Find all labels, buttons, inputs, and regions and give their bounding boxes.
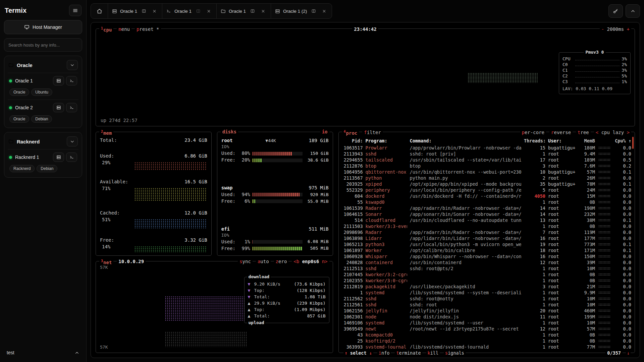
info-button[interactable]: info — [377, 350, 391, 356]
net-auto-toggle[interactable]: auto — [256, 258, 271, 264]
net-interface-switcher[interactable]: <b enp0s6 n> — [292, 258, 329, 264]
process-row[interactable]: 1061539 Radarr /app/radarr/bin/Radarr -n… — [342, 205, 631, 211]
host-terminal-button[interactable] — [66, 103, 77, 112]
interval-increase[interactable]: + — [627, 26, 630, 32]
process-row[interactable]: 1060928 Whisparr /app/bin/Whisparr --nob… — [342, 253, 631, 259]
collapse-topbar-button[interactable] — [626, 4, 640, 18]
split-view-button[interactable] — [310, 7, 317, 15]
search-input[interactable] — [4, 38, 82, 52]
host-connect-button[interactable] — [53, 153, 64, 162]
disk-used-meter — [252, 193, 303, 196]
reverse-toggle[interactable]: reverse — [549, 129, 573, 135]
process-row[interactable]: 1062301 node node dist/index.js 11 root … — [342, 314, 631, 320]
net-zero-toggle[interactable]: zero — [274, 258, 289, 264]
process-row[interactable]: 363993 systemd-journal /lib/systemd/syst… — [342, 344, 631, 349]
process-row[interactable]: 2102355 kworker/3:0-cgro 1 root 0B 0.0 — [342, 278, 631, 284]
split-view-button[interactable] — [249, 7, 256, 15]
process-row[interactable]: 240828 containerd /usr/bin/containerd 12… — [342, 259, 631, 265]
process-row[interactable]: 2112513 sshd sshd: root@pts/2 1 root 10M… — [342, 265, 631, 272]
sort-next[interactable]: > — [627, 130, 630, 135]
process-row[interactable]: 2112819 packagekitd /usr/libexec/package… — [342, 284, 631, 290]
scroll-down-indicator[interactable]: ↓ — [626, 350, 631, 356]
per-core-toggle[interactable]: per-core — [520, 129, 546, 135]
home-tab-button[interactable] — [91, 4, 108, 18]
cpu-panel-title[interactable]: 1cpu — [99, 25, 113, 33]
mem-panel-title[interactable]: 2mem — [99, 129, 113, 136]
host-connect-button[interactable] — [53, 76, 64, 85]
group-header[interactable]: Oracle — [8, 59, 78, 73]
process-row[interactable]: 2113567 python python main.py 2 root 26M… — [342, 175, 631, 181]
net-sync-toggle[interactable]: sync — [238, 258, 253, 264]
kill-button[interactable]: kill — [426, 350, 440, 356]
admin-tools-button[interactable] — [608, 4, 623, 18]
tab-files-oracle1[interactable]: Oracle 1 — [216, 4, 271, 18]
host-item[interactable]: Oracle 2 Oracle Debian — [8, 100, 78, 126]
process-row[interactable]: 55 kswapd0 1 root 0B 0.0 — [342, 199, 631, 205]
split-view-button[interactable] — [140, 7, 148, 15]
process-row[interactable]: 43 kcompactd0 1 root 0B 0.0 — [342, 332, 631, 338]
host-terminal-button[interactable] — [66, 76, 77, 85]
tab-server-oracle1-2[interactable]: Oracle 1 (2) — [271, 4, 332, 18]
process-row[interactable]: 3969549 newt /root/newt --id z3rtyep2175… — [342, 326, 631, 332]
group-collapse-button[interactable] — [67, 136, 78, 146]
process-row[interactable]: 514 cloudflared /usr/bin/cloudflared --n… — [342, 217, 631, 223]
sidebar-footer-user[interactable]: test — [4, 348, 82, 357]
tab-terminal-oracle1[interactable]: Oracle 1 — [162, 4, 216, 18]
process-row[interactable]: 1 systemd /lib/systemd/systemd --system … — [342, 290, 631, 296]
terminal-pane[interactable]: 1cpu menu preset * 23:44:42 - 2000ms + P… — [91, 22, 640, 358]
prev-interface[interactable]: <b — [293, 259, 299, 264]
terminate-button[interactable]: terminate — [395, 350, 422, 356]
host-item[interactable]: Racknerd 1 Racknerd Debian — [8, 149, 78, 176]
process-row[interactable]: 2112561 sshd sshd: root 1 root 10M 0.0 — [342, 302, 631, 308]
process-row[interactable]: 2113943 sshd sshd: root [priv] 1 root 9.… — [342, 151, 631, 157]
process-row[interactable]: 2294655 tailscaled /usr/sbin/tailscaled … — [342, 157, 631, 163]
process-row[interactable]: 1064615 Sonarr /app/sonarr/bin/Sonarr -n… — [342, 211, 631, 217]
process-row[interactable]: 2111503 kworker/3:3-even 1 root 0B 0.0 — [342, 223, 631, 229]
close-tab-button[interactable] — [320, 7, 328, 15]
tab-server-oracle1[interactable]: Oracle 1 — [108, 4, 162, 18]
process-row[interactable]: 2112876 btop btop 3 root 7.6M 0.2 — [342, 163, 631, 169]
next-interface[interactable]: n> — [322, 259, 328, 264]
filter-button[interactable]: filter — [362, 129, 383, 135]
split-view-button[interactable] — [195, 7, 202, 15]
host-terminal-button[interactable] — [66, 153, 77, 162]
process-row[interactable]: 25 ksoftirqd/2 1 root 0B 0.0 — [342, 338, 631, 344]
sort-prev[interactable]: < — [596, 130, 598, 135]
process-table-header[interactable]: Pid: Program: Command: Threads: User: Me… — [342, 137, 631, 144]
process-row[interactable]: 2112562 sshd sshd: root@notty 1 root 10M… — [342, 296, 631, 302]
preset-button[interactable]: preset * — [135, 26, 161, 32]
select-control[interactable]: ↑ select ↓ — [343, 350, 373, 356]
update-interval-control[interactable]: - 2000ms + — [600, 26, 631, 32]
close-tab-button[interactable] — [205, 7, 212, 15]
process-row[interactable]: 1065213 python3 /usr/local/bin/python3 -… — [342, 241, 631, 247]
process-row[interactable]: 1062156 jellyfin /jellyfin/jellyfin 20 r… — [342, 308, 631, 314]
tree-toggle[interactable]: tree — [576, 129, 591, 135]
process-scrollbar[interactable] — [632, 137, 634, 149]
close-tab-button[interactable] — [259, 7, 267, 15]
close-tab-button[interactable] — [151, 7, 158, 15]
process-row[interactable]: 2107445 kworker/3:2-cgro 1 root 0B 0.0 — [342, 272, 631, 278]
interval-decrease[interactable]: - — [601, 26, 604, 32]
process-row[interactable]: 1061897 Worker /opt/calibre/bin/calibre … — [342, 247, 631, 253]
process-count: 0/357 — [605, 350, 623, 356]
signals-button[interactable]: signals — [444, 350, 466, 356]
host-manager-button[interactable]: Host Manager — [4, 20, 82, 34]
process-row[interactable]: 1064956 qbittorrent-nox /usr/bin/qbittor… — [342, 169, 631, 175]
process-row[interactable]: 2098696 Radarr /app/radarr/bin/Radarr -n… — [342, 229, 631, 235]
process-row[interactable]: 604 dockerd /usr/bin/dockerd -H fd:// --… — [342, 193, 631, 199]
host-item[interactable]: Oracle 1 Oracle Ubuntu — [8, 73, 78, 100]
process-row[interactable]: 552329 periphery /usr/local/bin/peripher… — [342, 187, 631, 193]
process-row[interactable]: 203925 xpiped /opt/xpipe/app/bin/xpiped … — [342, 181, 631, 187]
process-row[interactable]: 1469106 systemd /lib/systemd/systemd --u… — [342, 320, 631, 326]
sidebar-toggle-button[interactable] — [69, 5, 82, 16]
io-mode-toggle[interactable]: io — [320, 129, 329, 135]
group-header[interactable]: Racknerd — [8, 136, 78, 149]
net-panel-title[interactable]: 3net — [99, 258, 113, 265]
proc-panel-title[interactable]: 4proc — [342, 129, 359, 136]
sort-column-control[interactable]: < cpu lazy > — [594, 129, 631, 135]
host-connect-button[interactable] — [53, 103, 64, 112]
process-row[interactable]: 1063898 Lidarr /app/lidarr/bin/Lidarr -n… — [342, 235, 631, 241]
group-collapse-button[interactable] — [67, 60, 78, 70]
menu-button[interactable]: menu — [117, 26, 131, 32]
process-row[interactable]: 1063517 Prowlarr /app/prowlarr/bin/Prowl… — [342, 145, 631, 151]
